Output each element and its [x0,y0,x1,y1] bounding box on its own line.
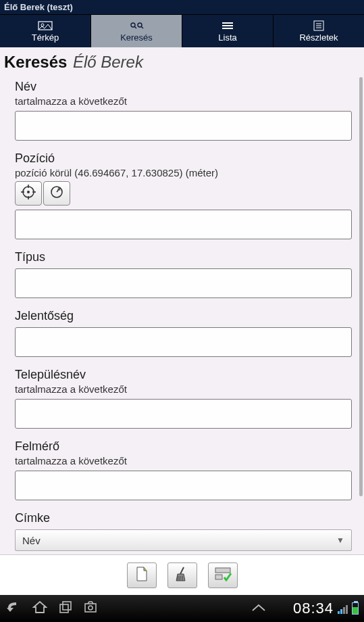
surveyor-sublabel: tartalmazza a következőt [15,455,352,466]
chevron-down-icon: ▼ [336,535,344,545]
screenshot-icon[interactable] [84,601,97,616]
position-input[interactable] [15,210,352,239]
tag-label: Címke [15,511,352,525]
new-button[interactable] [127,563,157,588]
name-input[interactable] [15,111,352,141]
svg-text:R: R [57,187,61,191]
action-bar [0,554,364,595]
tag-select[interactable]: Név ▼ [15,529,352,551]
svg-line-3 [134,26,136,28]
clear-button[interactable] [167,563,197,588]
crosshair-icon [21,185,36,202]
surveyor-label: Felmérő [15,439,352,454]
tab-search[interactable]: Keresés [91,15,182,47]
tab-list-label: Lista [218,32,236,43]
svg-point-31 [88,606,93,610]
document-icon [134,566,149,585]
importance-label: Jelentőség [15,309,352,323]
svg-rect-30 [85,604,96,612]
svg-line-22 [180,567,184,574]
list-icon [220,20,235,31]
page-title: Keresés [4,53,67,71]
page-subtitle: Élő Berek [73,53,143,71]
page-header: Keresés Élő Berek [0,47,364,72]
svg-rect-28 [60,604,68,613]
svg-rect-27 [215,575,222,579]
svg-rect-26 [215,568,230,573]
position-label: Pozíció [15,151,352,166]
form-check-icon [214,567,232,584]
tab-bar: Térkép Keresés Lista Részletek [0,15,364,47]
svg-line-5 [141,26,143,28]
submit-button[interactable] [208,563,238,588]
svg-rect-0 [38,22,52,30]
back-icon[interactable] [7,601,20,616]
battery-icon [352,602,359,615]
position-sublabel: pozíció körül (46.694667, 17.630825) (mé… [15,167,352,178]
name-label: Név [15,80,352,94]
name-sublabel: tartalmazza a következőt [15,95,352,107]
type-input[interactable] [15,268,352,298]
details-icon [311,20,326,31]
surveyor-input[interactable] [15,471,352,500]
expand-up-icon[interactable] [251,602,266,615]
signal-icon [338,603,348,614]
tab-map[interactable]: Térkép [0,15,91,47]
home-icon[interactable] [32,601,47,616]
search-form: Név tartalmazza a következőt Pozíció poz… [0,72,357,554]
radius-icon: R [49,185,64,202]
system-nav-bar: 08:34 [0,595,364,622]
tab-map-label: Térkép [32,32,59,43]
recent-icon[interactable] [59,601,72,616]
tab-search-label: Keresés [120,32,153,43]
tag-selected-value: Név [22,535,41,546]
settlement-sublabel: tartalmazza a következőt [15,383,352,395]
tab-details-label: Részletek [299,32,338,43]
type-label: Típus [15,250,352,264]
status-clock: 08:34 [293,600,334,617]
tab-list[interactable]: Lista [182,15,274,47]
importance-input[interactable] [15,327,352,357]
settlement-input[interactable] [15,399,352,429]
settlement-label: Településnév [15,368,352,382]
svg-point-1 [41,24,44,26]
svg-point-14 [27,191,30,193]
scrollbar[interactable] [359,77,363,496]
search-tab-icon [129,20,144,31]
svg-rect-29 [63,602,71,610]
crosshair-button[interactable] [15,181,42,206]
app-title: Élő Berek (teszt) [4,2,73,12]
broom-icon [174,566,190,585]
map-icon [38,20,53,31]
app-title-bar: Élő Berek (teszt) [0,0,364,15]
tab-details[interactable]: Részletek [274,15,364,47]
radius-button[interactable]: R [43,181,70,206]
